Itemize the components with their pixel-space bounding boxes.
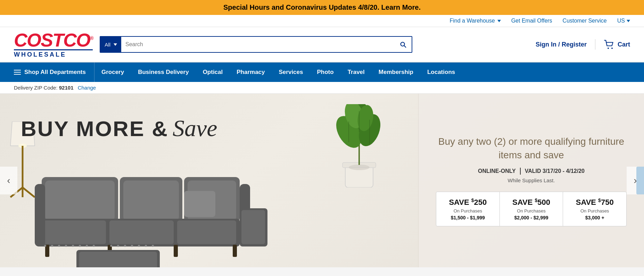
- svg-point-0: [608, 48, 609, 49]
- cart-button[interactable]: Cart: [604, 40, 630, 49]
- savings-label-750: On Purchases: [568, 208, 621, 214]
- announcement-bar: Special Hours and Coronavirus Updates 4/…: [0, 0, 644, 15]
- search-container: All: [100, 36, 412, 53]
- hero-banner: ‹ BUY MORE & Save: [0, 94, 644, 267]
- country-selector[interactable]: US: [617, 18, 630, 24]
- svg-point-28: [58, 245, 60, 247]
- svg-rect-18: [35, 184, 45, 246]
- svg-point-34: [110, 245, 112, 247]
- nav-business-delivery[interactable]: Business Delivery: [131, 62, 196, 82]
- nav-grocery[interactable]: Grocery: [94, 62, 131, 82]
- carousel-prev-button[interactable]: ‹: [0, 167, 17, 194]
- announcement-text: Special Hours and Coronavirus Updates 4/…: [223, 3, 421, 11]
- savings-amount-250: SAVE $250: [441, 198, 495, 207]
- search-icon: [399, 41, 407, 48]
- header-divider: [595, 39, 595, 50]
- svg-point-48: [349, 165, 370, 170]
- svg-point-40: [152, 245, 154, 247]
- svg-rect-24: [174, 245, 178, 257]
- svg-line-6: [23, 187, 35, 197]
- savings-box-500: SAVE $500 On Purchases $2,000 - $2,999: [500, 192, 563, 226]
- hero-right-panel: Buy any two (2) or more qualifying furni…: [418, 94, 644, 267]
- hamburger-icon: [14, 70, 21, 75]
- badge-divider: [520, 168, 521, 175]
- nav-photo[interactable]: Photo: [310, 62, 340, 82]
- logo[interactable]: COSTCO® WHOLESALE: [14, 31, 93, 58]
- svg-rect-15: [42, 220, 106, 244]
- hero-headline-2: Save: [173, 115, 217, 142]
- savings-box-250: SAVE $250 On Purchases $1,500 - $1,999: [436, 192, 500, 226]
- nav-membership[interactable]: Membership: [372, 62, 420, 82]
- svg-rect-9: [45, 181, 115, 220]
- svg-point-32: [86, 245, 88, 247]
- nav-bar: Shop All Departments Grocery Business De…: [0, 62, 644, 82]
- carousel-next-button[interactable]: ›: [627, 167, 644, 194]
- hero-headline-1: BUY MORE &: [21, 116, 168, 141]
- wholesale-wordmark: WHOLESALE: [14, 49, 93, 58]
- savings-label-250: On Purchases: [441, 208, 495, 214]
- svg-point-36: [124, 245, 126, 247]
- svg-point-1: [611, 48, 613, 49]
- svg-rect-16: [109, 220, 174, 244]
- nav-services[interactable]: Services: [272, 62, 310, 82]
- find-warehouse-link[interactable]: Find a Warehouse: [450, 18, 501, 24]
- savings-label-500: On Purchases: [505, 208, 558, 214]
- hero-subtitle: Buy any two (2) or more qualifying furni…: [436, 135, 627, 162]
- savings-amount-750: SAVE $750: [568, 198, 621, 207]
- signin-link[interactable]: Sign In / Register: [536, 41, 587, 48]
- sofa-illustration: [35, 149, 271, 267]
- nav-locations[interactable]: Locations: [420, 62, 462, 82]
- zip-bar: Delivery ZIP Code: 92101 Change: [0, 82, 644, 94]
- get-email-offers-link[interactable]: Get Email Offers: [511, 18, 552, 24]
- shop-all-departments-button[interactable]: Shop All Departments: [7, 62, 94, 82]
- plant-illustration: [335, 104, 383, 187]
- country-chevron-icon: [627, 20, 630, 22]
- savings-grid: SAVE $250 On Purchases $1,500 - $1,999 S…: [436, 192, 627, 226]
- svg-rect-11: [123, 181, 179, 220]
- search-button[interactable]: [394, 37, 412, 52]
- hero-badge: ONLINE-ONLY VALID 3/17/20 - 4/12/20: [436, 168, 627, 175]
- svg-rect-17: [177, 220, 236, 244]
- nav-travel[interactable]: Travel: [341, 62, 372, 82]
- find-warehouse-chevron-icon: [497, 20, 501, 22]
- hero-supplies: While Supplies Last.: [436, 177, 627, 183]
- svg-point-29: [65, 245, 67, 247]
- svg-point-30: [72, 245, 74, 247]
- zip-code: 92101: [59, 85, 74, 91]
- svg-point-38: [138, 245, 140, 247]
- savings-range-500: $2,000 - $2,999: [505, 215, 558, 220]
- svg-point-26: [44, 245, 46, 247]
- category-chevron-icon: [114, 43, 117, 46]
- search-category-dropdown[interactable]: All: [100, 37, 121, 52]
- savings-amount-500: SAVE $500: [505, 198, 558, 207]
- user-actions: Sign In / Register Cart: [536, 39, 630, 50]
- costco-wordmark: COSTCO®: [14, 31, 93, 49]
- cart-icon: [604, 40, 615, 49]
- utility-nav: Find a Warehouse Get Email Offers Custom…: [0, 15, 644, 27]
- savings-range-750: $3,000 +: [568, 215, 621, 220]
- change-zip-link[interactable]: Change: [78, 85, 96, 91]
- svg-rect-42: [79, 252, 157, 267]
- svg-point-37: [131, 245, 133, 247]
- savings-range-250: $1,500 - $1,999: [441, 215, 495, 220]
- svg-rect-21: [241, 210, 265, 244]
- header: COSTCO® WHOLESALE All Sign In / Register: [0, 27, 644, 62]
- svg-point-39: [145, 245, 147, 247]
- nav-pharmacy[interactable]: Pharmacy: [230, 62, 272, 82]
- svg-rect-25: [233, 245, 237, 257]
- search-input[interactable]: [121, 37, 394, 52]
- hero-left-panel: BUY MORE & Save: [0, 94, 418, 267]
- svg-rect-45: [184, 191, 215, 217]
- svg-point-31: [79, 245, 81, 247]
- svg-point-35: [117, 245, 119, 247]
- svg-point-27: [51, 245, 53, 247]
- customer-service-link[interactable]: Customer Service: [563, 18, 607, 24]
- savings-box-750: SAVE $750 On Purchases $3,000 +: [563, 192, 626, 226]
- svg-point-33: [93, 245, 95, 247]
- nav-optical[interactable]: Optical: [196, 62, 230, 82]
